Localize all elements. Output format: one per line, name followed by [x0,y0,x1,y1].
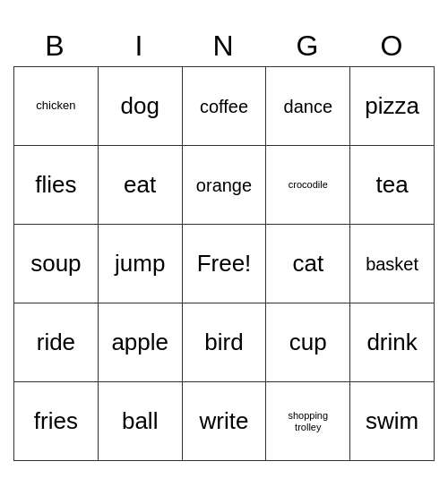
cell-text: cup [289,329,327,355]
cell-r3-c4: drink [350,303,435,382]
cell-r0-c0: chicken [14,67,99,146]
cell-r3-c3: cup [266,303,350,382]
cell-text: crocodile [289,179,328,190]
cell-r1-c3: crocodile [266,146,350,225]
cell-text: shoppingtrolley [288,410,328,431]
cell-r0-c2: coffee [183,67,267,146]
header-letter: G [266,26,350,66]
cell-r2-c2: Free! [183,225,267,303]
cell-r0-c3: dance [266,67,350,146]
cell-r4-c1: ball [99,382,183,461]
cell-r3-c0: ride [14,303,99,382]
cell-text: dog [121,93,159,119]
cell-text: basket [366,254,418,274]
cell-r1-c0: flies [14,146,99,225]
cell-text: orange [196,175,252,195]
cell-text: flies [35,172,76,198]
header-letter: O [350,26,435,66]
cell-r0-c4: pizza [350,67,435,146]
cell-text: pizza [365,93,419,119]
header-letter: B [13,26,98,66]
cell-text: swim [366,408,418,434]
cell-r1-c2: orange [183,146,267,225]
cell-r4-c3: shoppingtrolley [266,382,350,461]
cell-r2-c4: basket [350,225,435,303]
cell-text: apple [111,329,168,355]
cell-r3-c1: apple [99,303,183,382]
cell-r0-c1: dog [99,67,183,146]
cell-text: ball [122,408,158,434]
cell-text: ride [37,329,75,355]
cell-r4-c4: swim [350,382,435,461]
cell-r2-c1: jump [99,225,183,303]
bingo-grid: chickendogcoffeedancepizzaflieseatorange… [13,66,435,461]
cell-text: drink [366,329,417,355]
cell-text: write [200,408,249,434]
cell-text: fries [34,408,78,434]
cell-r2-c0: soup [14,225,99,303]
cell-text: chicken [36,99,75,112]
cell-text: eat [124,172,156,198]
cell-text: jump [115,251,165,277]
cell-r1-c1: eat [99,146,183,225]
bingo-card: BINGO chickendogcoffeedancepizzaflieseat… [13,26,435,461]
header-letter: I [98,26,182,66]
cell-r4-c2: write [183,382,267,461]
bingo-header: BINGO [13,26,435,66]
cell-r3-c2: bird [183,303,267,382]
cell-r1-c4: tea [350,146,435,225]
cell-r2-c3: cat [266,225,350,303]
cell-text: coffee [200,97,248,116]
cell-text: Free! [197,251,252,277]
cell-text: tea [376,172,409,198]
header-letter: N [182,26,266,66]
cell-text: soup [30,251,81,277]
cell-text: bird [204,329,243,355]
cell-text: dance [284,97,333,116]
cell-r4-c0: fries [14,382,99,461]
cell-text: cat [292,251,323,277]
